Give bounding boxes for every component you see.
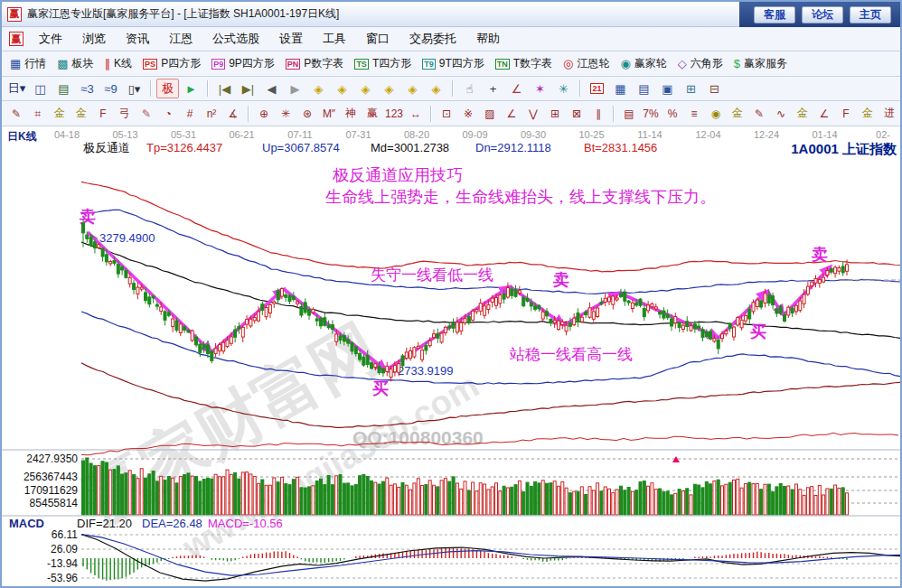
box-grid[interactable]: ⊡ <box>436 104 457 124</box>
expand-h-button[interactable]: ◈ <box>354 79 377 98</box>
flag-button[interactable]: ► <box>180 79 202 98</box>
winner-service-button[interactable]: $赢家服务 <box>729 54 792 73</box>
menu-item-browse[interactable]: 浏览 <box>72 28 116 50</box>
time-cycle[interactable]: ◔ <box>157 104 179 124</box>
gold-grid[interactable]: 金 <box>49 104 70 124</box>
shen-grid[interactable]: 神 <box>340 104 362 124</box>
export-button[interactable]: ⊞ <box>680 79 702 98</box>
pan-left-button[interactable]: ◈ <box>307 79 330 98</box>
angle-ruler[interactable]: ∡ <box>222 104 244 124</box>
menu-item-news[interactable]: 资讯 <box>116 28 159 50</box>
last-page-button[interactable]: ▶| <box>237 79 259 98</box>
p-square-icon: PS <box>143 59 157 70</box>
cycle-tool-button[interactable]: ✳ <box>552 79 575 98</box>
calculator-button[interactable]: ▦ <box>609 79 632 98</box>
width-measure[interactable]: ↔ <box>405 104 427 124</box>
menu-item-gann[interactable]: 江恩 <box>159 28 202 50</box>
home-button[interactable]: 主页 <box>850 6 891 23</box>
number-grid[interactable]: 123 <box>383 104 405 124</box>
wave-band[interactable]: ∿ <box>770 104 792 124</box>
macd-title: MACD <box>9 517 44 530</box>
spider-web[interactable]: ⊛ <box>296 104 318 124</box>
prev-button[interactable]: ◀ <box>260 79 283 98</box>
j-angle[interactable]: ∠ <box>813 104 835 124</box>
gann-list[interactable]: ▤ <box>618 104 640 124</box>
candle-type-button[interactable]: ▯▾ <box>123 79 146 98</box>
menu-item-window[interactable]: 窗口 <box>356 28 399 50</box>
percent-retrace[interactable]: 7% <box>640 104 662 124</box>
v-lines[interactable]: ⋁ <box>522 104 544 124</box>
next-button[interactable]: ▶ <box>284 79 306 98</box>
expand-v-button[interactable]: ◈ <box>401 79 424 98</box>
winner-wheel-button[interactable]: ◉赢家轮 <box>615 54 671 73</box>
notes-button[interactable]: ▤ <box>633 79 655 98</box>
date-tick: 05-13 <box>112 129 137 140</box>
angle-fan[interactable]: ∠ <box>501 104 522 124</box>
p-square-button[interactable]: PSP四方形 <box>138 54 205 73</box>
gold-grid-2[interactable]: 金 <box>70 104 92 124</box>
big-grid[interactable]: ⊞ <box>544 104 566 124</box>
first-page-button[interactable]: |◀ <box>213 79 236 98</box>
ying-grid[interactable]: 赢 <box>362 104 383 124</box>
macd-axis-label: 26.09 <box>51 543 78 555</box>
angle-measure-button[interactable]: ∠ <box>505 79 528 98</box>
percent-lines[interactable]: ≡ <box>683 104 705 124</box>
trend-pen[interactable]: ✎ <box>748 104 770 124</box>
forum-button[interactable]: 论坛 <box>802 6 843 23</box>
f-angle[interactable]: F <box>835 104 857 124</box>
menu-item-help[interactable]: 帮助 <box>466 28 510 50</box>
jin-slant[interactable]: 进 <box>879 104 900 124</box>
gold-lines[interactable]: 金 <box>727 104 748 124</box>
shade-fan[interactable]: ▨ <box>479 104 501 124</box>
slant-lines[interactable]: ∥ <box>587 104 609 124</box>
menu-item-settings[interactable]: 设置 <box>269 28 313 50</box>
pen-tool[interactable]: ✎ <box>5 104 27 124</box>
trade-car-button[interactable]: ⊟ <box>703 79 726 98</box>
kline-button[interactable]: ∥K线 <box>100 54 137 73</box>
t-square-button[interactable]: TST四方形 <box>350 54 416 73</box>
p9-square-button[interactable]: P99P四方形 <box>207 54 279 73</box>
t-number-button[interactable]: TNT数字表 <box>491 54 557 73</box>
brush-tool[interactable]: ✎ <box>136 104 157 124</box>
wave9-button[interactable]: ≈9 <box>99 79 122 98</box>
gann-wheel-button[interactable]: ◎江恩轮 <box>559 54 614 73</box>
p-number-button[interactable]: PNP数字表 <box>281 54 349 73</box>
menu-item-file[interactable]: 文件 <box>29 28 72 50</box>
jifan-channel-button[interactable]: 极 <box>156 79 179 98</box>
gold-slant[interactable]: 金 <box>857 104 879 124</box>
calendar-button[interactable]: 21 <box>586 79 608 98</box>
gold-band[interactable]: 金 <box>792 104 813 124</box>
sectors-button[interactable]: ▩板块 <box>52 54 98 73</box>
mirror-tool[interactable]: M″ <box>318 104 340 124</box>
compress-v-button[interactable]: ◈ <box>425 79 447 98</box>
star-fan[interactable]: ※ <box>457 104 479 124</box>
service-button[interactable]: 客服 <box>754 6 795 23</box>
gann-tool-button[interactable]: ✶ <box>529 79 551 98</box>
chart-canvas[interactable]: 赢家财富网www.yingjia360.com日K线04-1805-1305-3… <box>2 126 900 588</box>
filled-grid[interactable]: ⊠ <box>566 104 587 124</box>
gann-compass[interactable]: ⊕ <box>253 104 275 124</box>
star-cycle[interactable]: ✳ <box>275 104 296 124</box>
compress-h-button[interactable]: ◈ <box>378 79 400 98</box>
crosshair-button[interactable]: + <box>482 79 504 98</box>
gann-grid[interactable]: ⌗ <box>27 104 49 124</box>
bow-grid[interactable]: 弓 <box>114 104 136 124</box>
t9-square-button[interactable]: T99T四方形 <box>418 54 489 73</box>
menu-item-formula-picker[interactable]: 公式选股 <box>202 28 269 50</box>
hexagon-button[interactable]: ◇六角形 <box>673 54 728 73</box>
quotes-button[interactable]: ▦行情 <box>5 54 51 73</box>
menu-item-trade-entrust[interactable]: 交易委托 <box>399 28 466 50</box>
square-of-nine[interactable]: n² <box>201 104 222 124</box>
price-grid[interactable]: # <box>179 104 201 124</box>
pan-right-button[interactable]: ◈ <box>331 79 353 98</box>
f-grid[interactable]: F <box>92 104 114 124</box>
save-button[interactable]: ▣ <box>656 79 679 98</box>
wave3-button[interactable]: ≈3 <box>76 79 99 98</box>
gold-circle[interactable]: ◉ <box>705 104 727 124</box>
hand-tool-button[interactable]: ☝ <box>458 79 481 98</box>
percent-tool[interactable]: % <box>662 104 683 124</box>
pattern-button[interactable]: ◫ <box>29 79 52 98</box>
menu-item-tools[interactable]: 工具 <box>313 28 356 50</box>
f10-info-button[interactable]: ▤ <box>52 79 75 98</box>
kline-style-button[interactable]: 日▾ <box>5 79 28 98</box>
